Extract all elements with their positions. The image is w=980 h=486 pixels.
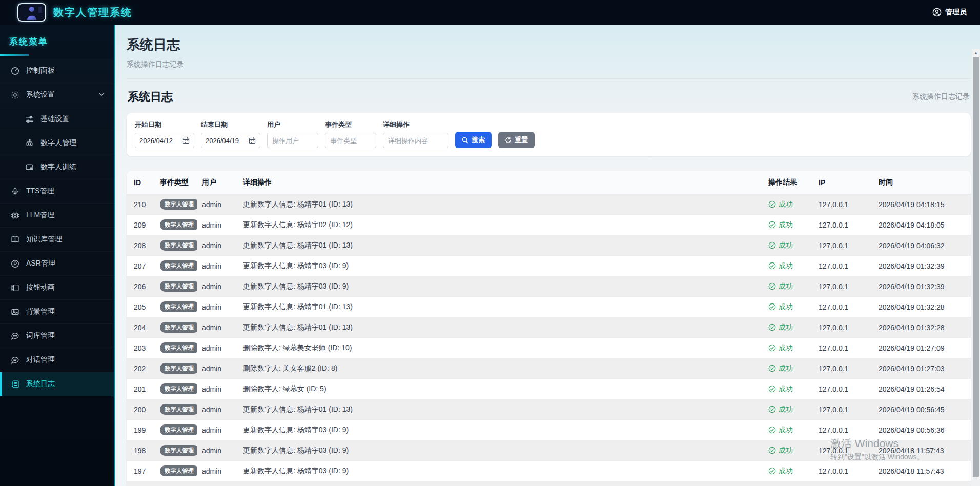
sidebar-item-dashboard[interactable]: 控制面板 [0, 59, 114, 83]
sidebar-item-llm[interactable]: LLM管理 [0, 204, 114, 228]
cell-id: 208 [127, 235, 155, 256]
cell-time: 2026/04/18 11:57:43 [873, 440, 971, 461]
event-type-badge: 数字人管理 [160, 404, 197, 415]
result-label: 成功 [779, 364, 793, 373]
event-type-badge: 数字人管理 [160, 383, 197, 394]
result-label: 成功 [779, 200, 793, 209]
scrollbar-thumb[interactable] [973, 57, 979, 477]
cell-detail: 更新数字人信息: 杨靖宇02 (ID: 12) [238, 215, 763, 235]
cell-ip: 127.0.0.1 [813, 338, 873, 358]
cell-user: admin [197, 461, 238, 481]
table-row: 197 数字人管理 admin 更新数字人信息: 杨靖宇03 (ID: 9) 成… [127, 461, 971, 481]
check-circle-icon [768, 426, 776, 434]
user-filter-label: 用户 [267, 120, 318, 129]
sidebar-item-label: 系统设置 [26, 90, 55, 99]
cell-detail: 删除数字人: 美女客服2 (ID: 8) [238, 358, 763, 379]
sidebar-item-label: 基础设置 [40, 114, 69, 124]
page-title: 系统日志 [127, 36, 971, 54]
cell-id: 201 [127, 379, 155, 399]
sidebar-item-digital-human-training[interactable]: 数字人训练 [0, 155, 114, 179]
sidebar-item-system-log[interactable]: 系统日志 [0, 372, 114, 396]
calendar-icon[interactable] [182, 137, 190, 144]
cell-id: 206 [127, 276, 155, 297]
cell-detail: 更新数字人信息: 杨靖宇03 (ID: 9) [238, 256, 763, 276]
cell-id: 198 [127, 440, 155, 461]
event-type-badge: 数字人管理 [160, 363, 197, 374]
start-date-input[interactable]: 2026/04/12 [135, 133, 194, 148]
cell-user: admin [197, 358, 238, 379]
book-icon [10, 235, 19, 244]
col-user: 用户 [197, 171, 238, 194]
cell-ip: 127.0.0.1 [813, 317, 873, 338]
sidebar-menu: 控制面板 系统设置 基础设置 数字人管理 数字人训练 TTS管 [0, 59, 114, 396]
cell-ip: 127.0.0.1 [813, 235, 873, 256]
check-circle-icon [768, 467, 776, 475]
result-status: 成功 [768, 467, 808, 476]
detail-filter-input[interactable] [383, 133, 448, 148]
cell-time: 2026/04/19 01:32:28 [873, 297, 971, 317]
asr-voice-icon [10, 259, 19, 268]
sidebar-item-settings[interactable]: 系统设置 [0, 83, 114, 107]
sidebar-item-asr[interactable]: ASR管理 [0, 252, 114, 276]
cell-ip: 127.0.0.1 [813, 256, 873, 276]
event-type-filter-input[interactable] [325, 133, 376, 148]
start-date-value: 2026/04/12 [139, 137, 173, 145]
sidebar-item-dialogue-mgmt[interactable]: 对话管理 [0, 348, 114, 372]
cell-ip: 127.0.0.1 [813, 297, 873, 317]
col-detail: 详细操作 [238, 171, 763, 194]
table-row: 205 数字人管理 admin 更新数字人信息: 杨靖宇01 (ID: 13) … [127, 297, 971, 317]
sidebar-item-button-animation[interactable]: 按钮动画 [0, 276, 114, 300]
check-circle-icon [768, 344, 776, 352]
app-logo [17, 3, 46, 22]
table-row: 196 数字人管理 admin 更新数字人信息: 杨靖宇03 (ID: 9) 成… [127, 481, 971, 486]
sidebar-item-lexicon-mgmt[interactable]: 词库管理 [0, 324, 114, 348]
start-date-label: 开始日期 [135, 120, 194, 129]
training-screen-icon [25, 163, 34, 172]
event-type-badge: 数字人管理 [160, 219, 197, 230]
cell-ip: 127.0.0.1 [813, 420, 873, 440]
event-type-badge: 数字人管理 [160, 260, 197, 271]
reset-button[interactable]: 重置 [498, 132, 535, 148]
col-result: 操作结果 [763, 171, 813, 194]
check-circle-icon [768, 200, 776, 208]
user-menu[interactable]: 管理员 [932, 8, 967, 17]
cell-ip: 127.0.0.1 [813, 358, 873, 379]
check-circle-icon [768, 406, 776, 413]
gear-icon [10, 90, 19, 99]
table-row: 210 数字人管理 admin 更新数字人信息: 杨靖宇01 (ID: 13) … [127, 194, 971, 215]
cell-user: admin [197, 317, 238, 338]
sidebar-title-underline [0, 54, 29, 56]
cell-id: 203 [127, 338, 155, 358]
search-button[interactable]: 搜索 [455, 132, 492, 148]
vertical-scrollbar[interactable]: ▲ ▼ [972, 49, 980, 486]
section-title: 系统日志 [128, 89, 173, 105]
result-status: 成功 [768, 282, 808, 291]
chevron-down-icon[interactable] [98, 91, 105, 99]
sidebar-item-background-mgmt[interactable]: 背景管理 [0, 300, 114, 324]
calendar-icon[interactable] [249, 137, 256, 144]
start-date-field: 开始日期 2026/04/12 [135, 120, 194, 148]
sidebar-item-digital-human-mgmt[interactable]: 数字人管理 [0, 131, 114, 155]
sidebar-item-basic-settings[interactable]: 基础设置 [0, 107, 114, 131]
cell-detail: 更新数字人信息: 杨靖宇01 (ID: 13) [238, 399, 763, 420]
chip-icon [10, 211, 19, 220]
sidebar-item-label: 背景管理 [26, 307, 55, 316]
end-date-input[interactable]: 2026/04/19 [201, 133, 260, 148]
cell-user: admin [197, 399, 238, 420]
sidebar-item-knowledge-base[interactable]: 知识库管理 [0, 228, 114, 252]
result-status: 成功 [768, 426, 808, 435]
result-status: 成功 [768, 302, 808, 312]
table-row: 199 数字人管理 admin 更新数字人信息: 杨靖宇03 (ID: 9) 成… [127, 420, 971, 440]
page-subtitle: 系统操作日志记录 [127, 60, 971, 69]
log-table-body: 210 数字人管理 admin 更新数字人信息: 杨靖宇01 (ID: 13) … [127, 194, 971, 486]
sidebar-item-tts[interactable]: TTS管理 [0, 179, 114, 204]
sidebar-item-label: 系统日志 [26, 379, 55, 389]
main-content: 系统日志 系统操作日志记录 系统日志 系统操作日志记录 开始日期 2026/04… [115, 25, 980, 486]
user-filter-input[interactable] [267, 133, 318, 148]
check-circle-icon [768, 221, 776, 229]
scroll-up-arrow[interactable]: ▲ [972, 49, 980, 57]
film-icon [10, 283, 19, 292]
table-row: 198 数字人管理 admin 更新数字人信息: 杨靖宇03 (ID: 9) 成… [127, 440, 971, 461]
table-row: 200 数字人管理 admin 更新数字人信息: 杨靖宇01 (ID: 13) … [127, 399, 971, 420]
cell-user: admin [197, 215, 238, 235]
